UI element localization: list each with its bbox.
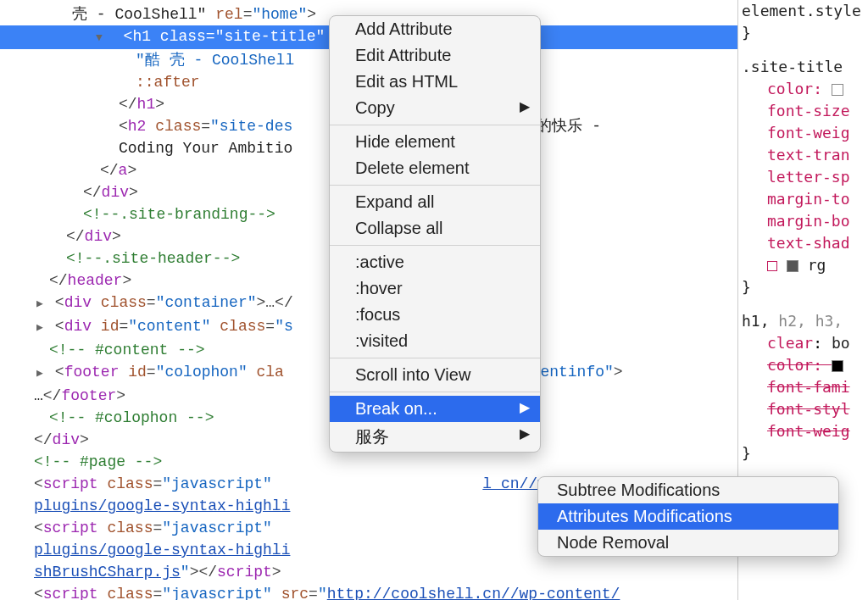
- element-style-selector[interactable]: element.style: [742, 0, 868, 22]
- css-prop-color[interactable]: color:: [742, 354, 868, 376]
- break-on-submenu[interactable]: Subtree ModificationsAttributes Modifica…: [537, 476, 839, 557]
- menu-item--hover[interactable]: :hover: [330, 275, 540, 302]
- menu-item-add-attribute[interactable]: Add Attribute: [330, 16, 540, 42]
- chevron-right-icon: ▶: [520, 425, 530, 442]
- css-prop-text-shad[interactable]: text-shad: [742, 232, 868, 254]
- submenu-item-node-removal[interactable]: Node Removal: [538, 530, 838, 556]
- color-swatch[interactable]: [832, 84, 843, 96]
- dom-tree-line[interactable]: <!-- #page -->: [0, 451, 737, 473]
- menu-item-copy[interactable]: Copy▶: [330, 95, 540, 121]
- chevron-right-icon: ▶: [520, 98, 530, 114]
- chevron-right-icon: ▶: [520, 399, 530, 415]
- inherit-icon: [767, 261, 777, 271]
- menu-item-delete-element[interactable]: Delete element: [330, 155, 540, 181]
- css-prop-letter-sp[interactable]: letter-sp: [742, 166, 868, 188]
- menu-item--focus[interactable]: :focus: [330, 302, 540, 328]
- css-prop-font-fami[interactable]: font-fami: [742, 376, 868, 398]
- menu-item-collapse-all[interactable]: Collapse all: [330, 215, 540, 242]
- css-prop-font-weig[interactable]: font-weig: [742, 122, 868, 144]
- menu-item-edit-as-html[interactable]: Edit as HTML: [330, 69, 540, 95]
- css-prop-color[interactable]: color:: [742, 78, 868, 100]
- css-prop-margin-to[interactable]: margin-to: [742, 188, 868, 210]
- css-prop-text-tran[interactable]: text-tran: [742, 144, 868, 166]
- menu-item-expand-all[interactable]: Expand all: [330, 189, 540, 215]
- menu-item-scroll-into-view[interactable]: Scroll into View: [330, 362, 540, 388]
- css-prop-font-size[interactable]: font-size: [742, 100, 868, 122]
- dom-tree-line[interactable]: <script class="javascript" src="http://c…: [0, 583, 737, 600]
- menu-item-break-on-[interactable]: Break on...▶: [330, 396, 540, 422]
- color-swatch[interactable]: [787, 260, 798, 272]
- menu-item--active[interactable]: :active: [330, 249, 540, 275]
- submenu-item-attributes-modifications[interactable]: Attributes Modifications: [538, 503, 838, 530]
- site-title-selector[interactable]: .site-title: [742, 58, 843, 75]
- css-prop-font-styl[interactable]: font-styl: [742, 398, 868, 420]
- dom-tree-line[interactable]: shBrushCSharp.js"></script>: [0, 561, 737, 583]
- color-swatch[interactable]: [832, 360, 843, 372]
- menu-item-hide-element[interactable]: Hide element: [330, 129, 540, 155]
- submenu-item-subtree-modifications[interactable]: Subtree Modifications: [538, 477, 838, 503]
- menu-item--[interactable]: 服务▶: [330, 422, 540, 452]
- context-menu[interactable]: Add AttributeEdit AttributeEdit as HTMLC…: [329, 15, 541, 453]
- menu-item--visited[interactable]: :visited: [330, 328, 540, 354]
- css-prop-margin-bo[interactable]: margin-bo: [742, 210, 868, 232]
- css-prop-font-weig[interactable]: font-weig: [742, 420, 868, 442]
- menu-item-edit-attribute[interactable]: Edit Attribute: [330, 42, 540, 69]
